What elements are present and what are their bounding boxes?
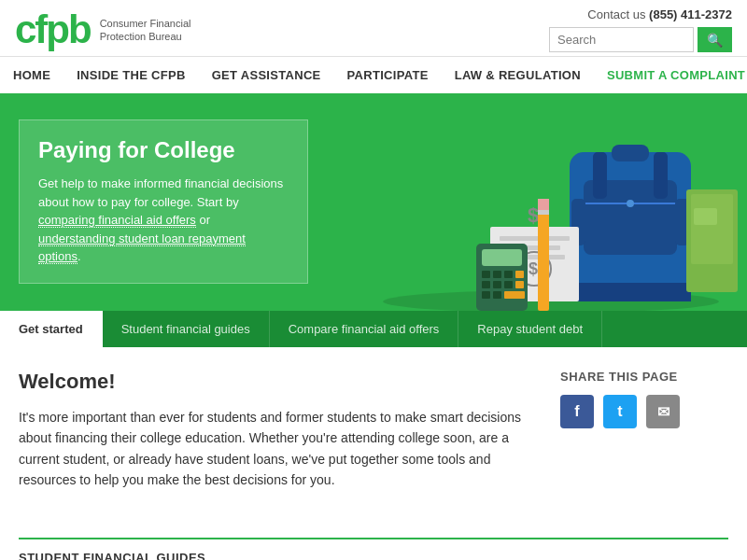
svg-rect-27 <box>482 281 490 288</box>
student-financial-guides-section-title: STUDENT FINANCIAL GUIDES <box>0 539 747 560</box>
top-right-area: Contact us (855) 411-2372 🔍 <box>549 7 732 52</box>
nav-complaint[interactable]: SUBMIT A COMPLAINT <box>594 57 747 93</box>
facebook-share-button[interactable]: f <box>560 395 594 428</box>
welcome-heading: Welcome! <box>19 370 532 394</box>
share-icons: f t ✉ <box>560 395 728 428</box>
svg-rect-24 <box>493 271 501 278</box>
svg-rect-32 <box>493 291 501 299</box>
hero-title: Paying for College <box>38 137 289 163</box>
hero-banner: Paying for College Get help to make info… <box>0 96 747 311</box>
svg-rect-26 <box>515 271 524 278</box>
welcome-body: It's more important than ever for studen… <box>19 407 532 491</box>
svg-rect-10 <box>570 283 691 301</box>
svg-point-5 <box>627 200 634 207</box>
svg-rect-8 <box>593 152 607 199</box>
svg-rect-38 <box>538 210 549 215</box>
svg-rect-22 <box>482 249 522 266</box>
tabs-row: Get started Student financial guides Com… <box>0 311 747 347</box>
tab-student-guides[interactable]: Student financial guides <box>103 311 270 347</box>
nav-participate[interactable]: PARTICIPATE <box>334 57 442 93</box>
logo-area: cfpb Consumer Financial Protection Burea… <box>15 10 190 49</box>
hero-text-box: Paying for College Get help to make info… <box>19 119 308 284</box>
svg-rect-25 <box>504 271 513 278</box>
agency-name: Consumer Financial Protection Bureau <box>100 17 191 44</box>
compare-aid-link[interactable]: comparing financial aid offers <box>38 213 196 228</box>
main-navigation: HOME INSIDE THE CFPB GET ASSISTANCE PART… <box>0 56 747 96</box>
svg-text:$: $ <box>528 203 539 227</box>
svg-rect-29 <box>504 281 513 288</box>
svg-rect-34 <box>538 199 549 311</box>
top-bar: cfpb Consumer Financial Protection Burea… <box>0 0 747 56</box>
tab-compare-aid[interactable]: Compare financial aid offers <box>270 311 459 347</box>
nav-law[interactable]: LAW & REGULATION <box>442 57 594 93</box>
svg-rect-31 <box>482 291 490 299</box>
svg-rect-30 <box>515 281 524 288</box>
twitter-share-button[interactable]: t <box>603 395 637 428</box>
svg-rect-33 <box>504 291 525 299</box>
svg-rect-2 <box>612 145 649 161</box>
svg-rect-23 <box>482 271 490 278</box>
search-row: 🔍 <box>549 27 732 52</box>
svg-rect-15 <box>500 236 570 241</box>
main-content: Welcome! It's more important than ever f… <box>19 370 532 510</box>
search-input[interactable] <box>549 27 694 52</box>
share-title: SHARE THIS PAGE <box>560 370 728 384</box>
cfpb-logo[interactable]: cfpb <box>15 10 91 49</box>
contact-info: Contact us (855) 411-2372 <box>587 7 732 21</box>
nav-inside[interactable]: INSIDE THE CFPB <box>63 57 198 93</box>
svg-rect-37 <box>538 199 549 210</box>
hero-illustration: $ $ <box>355 105 747 311</box>
sidebar-share: SHARE THIS PAGE f t ✉ <box>560 370 728 510</box>
nav-home[interactable]: HOME <box>0 57 63 93</box>
hero-body: Get help to make informed financial deci… <box>38 175 289 266</box>
content-area: Welcome! It's more important than ever f… <box>0 347 747 528</box>
nav-assistance[interactable]: GET ASSISTANCE <box>199 57 334 93</box>
email-share-button[interactable]: ✉ <box>646 395 680 428</box>
tab-get-started[interactable]: Get started <box>0 311 103 347</box>
svg-rect-13 <box>694 208 717 225</box>
svg-rect-9 <box>654 152 668 199</box>
svg-rect-12 <box>691 194 733 264</box>
svg-rect-28 <box>493 281 501 288</box>
student-loan-link[interactable]: understanding student loan repayment opt… <box>38 231 246 265</box>
tab-repay-debt[interactable]: Repay student debt <box>458 311 602 347</box>
search-button[interactable]: 🔍 <box>698 27 732 52</box>
svg-text:$: $ <box>529 259 538 278</box>
